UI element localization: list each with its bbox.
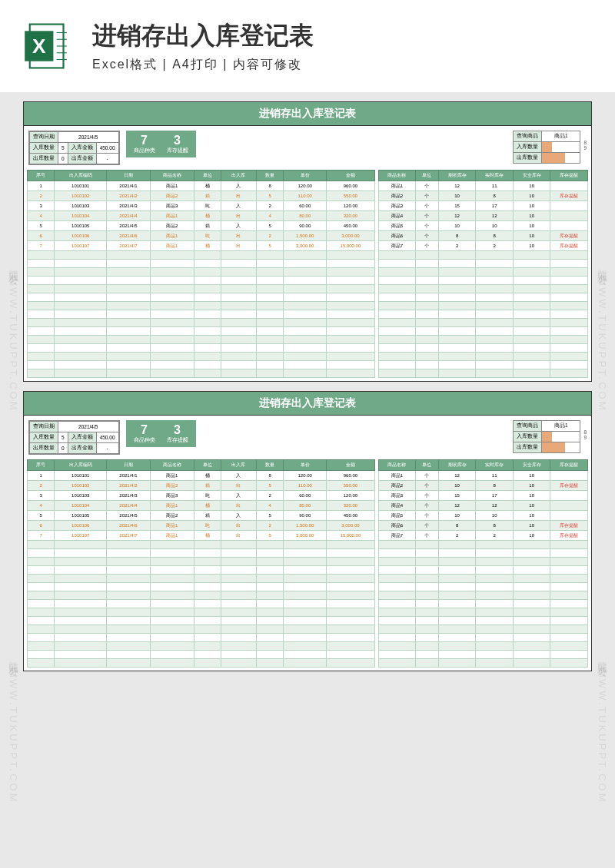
table-row: [28, 319, 375, 327]
table-row: [28, 541, 375, 549]
table-row: [28, 336, 375, 344]
table-row: [378, 659, 587, 668]
watermark: 熊猫办公 WWW.TUKUPPT.COM: [6, 261, 20, 412]
table-row: [28, 361, 375, 369]
table-row: [28, 302, 375, 310]
table-row: [28, 591, 375, 600]
table-row: [28, 566, 375, 575]
table-row: 110101012021/4/1商品1桶入8120.00960.00: [28, 181, 375, 191]
table-row: [378, 642, 587, 651]
stock-table[interactable]: 商品名称单位期初库存实时库存安全库存库存提醒 商品1个121110商品2个108…: [378, 459, 588, 668]
entry-table[interactable]: 序号出入库编码日期商品名称单位出入库数量单价金额 110101012021/4/…: [27, 170, 375, 378]
table-row: 商品5个101010: [378, 221, 587, 231]
table-row: [28, 293, 375, 302]
table-row: 410101042021/4/4商品1桶出480.00320.00: [28, 501, 375, 511]
spreadsheet: 进销存出入库登记表 查询日期2021/4/5 入库数量5入库金额450.00 出…: [23, 391, 592, 671]
lookup-panel: 查询商品商品1 入库数量 出库数量 89: [513, 420, 587, 453]
table-row: 商品2个10810库存提醒: [378, 481, 587, 491]
table-row: 310101032021/4/3商品3吨入260.00120.00: [28, 201, 375, 211]
table-row: [378, 591, 587, 600]
sheet-title: 进销存出入库登记表: [24, 392, 591, 416]
table-row: 510101052021/4/5商品2箱入590.00450.00: [28, 511, 375, 521]
table-row: 310101032021/4/3商品3吨入260.00120.00: [28, 491, 375, 501]
table-row: [378, 625, 587, 634]
query-panel: 查询日期2021/4/5 入库数量5入库金额450.00 出库数量0出库金额-: [28, 420, 120, 455]
table-row: 610101062021/4/6商品1吨出21,500.003,000.00: [28, 521, 375, 531]
table-row: [378, 344, 587, 353]
spreadsheet: 进销存出入库登记表 查询日期2021/4/5 入库数量5入库金额450.00 出…: [23, 101, 592, 382]
table-row: 商品1个121110: [378, 471, 587, 481]
lookup-panel: 查询商品商品1 入库数量 出库数量 89: [513, 131, 587, 164]
table-row: 210101022021/4/2商品2箱出5110.00550.00: [28, 191, 375, 201]
table-row: 110101012021/4/1商品1桶入8120.00960.00: [28, 471, 375, 481]
table-row: [378, 353, 587, 361]
table-row: 610101062021/4/6商品1吨出21,500.003,000.00: [28, 231, 375, 241]
watermark: 熊猫办公 WWW.TUKUPPT.COM: [595, 653, 609, 804]
table-row: 商品6个8810库存提醒: [378, 521, 587, 531]
table-row: [378, 566, 587, 575]
svg-text:X: X: [32, 35, 46, 58]
table-row: 710101072021/4/7商品1桶出53,000.0015,000.00: [28, 241, 375, 251]
page-subtitle: Excel格式 | A4打印 | 内容可修改: [92, 57, 314, 73]
table-row: [28, 625, 375, 634]
table-row: [28, 268, 375, 277]
query-panel: 查询日期2021/4/5 入库数量5入库金额450.00 出库数量0出库金额-: [28, 131, 120, 165]
table-row: [28, 277, 375, 285]
table-row: [378, 268, 587, 277]
summary-box: 7商品种类 3库存提醒: [126, 131, 196, 157]
table-row: [28, 369, 375, 378]
page-title: 进销存出入库登记表: [92, 19, 314, 53]
summary-box: 7商品种类 3库存提醒: [126, 420, 196, 447]
table-row: [378, 336, 587, 344]
table-row: [378, 277, 587, 285]
table-row: [378, 608, 587, 617]
page-header: X 进销存出入库登记表 Excel格式 | A4打印 | 内容可修改: [0, 0, 615, 92]
table-row: 商品2个10810库存提醒: [378, 191, 587, 201]
table-row: [378, 651, 587, 659]
table-row: [378, 302, 587, 310]
table-row: [28, 549, 375, 558]
table-row: 410101042021/4/4商品1桶出480.00320.00: [28, 211, 375, 221]
table-row: [28, 583, 375, 591]
table-row: [28, 353, 375, 361]
table-row: [378, 617, 587, 625]
excel-icon: X: [23, 19, 77, 73]
table-row: 商品3个151710: [378, 201, 587, 211]
table-row: [378, 583, 587, 591]
table-row: [378, 600, 587, 608]
table-row: 商品6个8810库存提醒: [378, 231, 587, 241]
table-row: 商品4个121210: [378, 501, 587, 511]
table-row: 商品3个151710: [378, 491, 587, 501]
table-row: [28, 327, 375, 336]
table-row: [28, 558, 375, 566]
table-row: [378, 319, 587, 327]
table-row: [28, 285, 375, 293]
table-row: [378, 327, 587, 336]
table-row: [378, 558, 587, 566]
table-row: [28, 600, 375, 608]
table-row: [28, 634, 375, 642]
table-row: 商品7个2210库存提醒: [378, 531, 587, 541]
table-row: [378, 369, 587, 378]
table-row: 商品5个101010: [378, 511, 587, 521]
table-row: [28, 642, 375, 651]
table-row: [28, 659, 375, 668]
watermark: 熊猫办公 WWW.TUKUPPT.COM: [595, 261, 609, 412]
table-row: [28, 344, 375, 353]
table-row: [378, 285, 587, 293]
table-row: [28, 651, 375, 659]
table-row: [378, 260, 587, 268]
table-row: [28, 310, 375, 319]
table-row: 710101072021/4/7商品1桶出53,000.0015,000.00: [28, 531, 375, 541]
table-row: [378, 310, 587, 319]
table-row: 商品1个121110: [378, 181, 587, 191]
table-row: [378, 293, 587, 302]
table-row: [378, 575, 587, 583]
table-row: 210101022021/4/2商品2箱出5110.00550.00: [28, 481, 375, 491]
table-row: [28, 260, 375, 268]
table-row: [28, 251, 375, 260]
stock-table[interactable]: 商品名称单位期初库存实时库存安全库存库存提醒 商品1个121110商品2个108…: [378, 170, 588, 378]
table-row: [378, 634, 587, 642]
table-row: [28, 617, 375, 625]
entry-table[interactable]: 序号出入库编码日期商品名称单位出入库数量单价金额 110101012021/4/…: [27, 459, 375, 668]
